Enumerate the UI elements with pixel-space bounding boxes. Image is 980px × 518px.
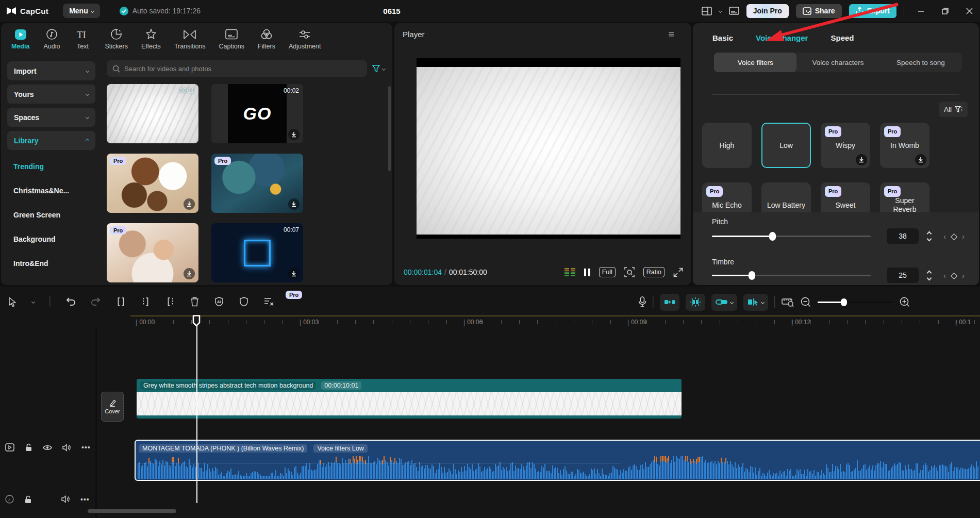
chevron-down-icon[interactable] [719,9,722,12]
all-filter-button[interactable]: All [939,102,968,117]
voice-filter-low[interactable]: Low [761,123,811,168]
chevron-down-icon[interactable] [32,300,35,303]
speaker-icon[interactable] [62,444,71,452]
tab-stickers[interactable]: Stickers [105,28,127,50]
join-pro-button[interactable]: Join Pro [746,4,789,18]
media-filter-button[interactable] [372,64,385,73]
media-thumbnail[interactable]: Pro [107,154,198,213]
trim-left-icon[interactable] [141,297,151,307]
select-tool-icon[interactable] [8,297,17,307]
pitch-value[interactable]: 38 [887,228,919,244]
audio-clip[interactable]: MONTAGEM TOMADA (PHONK ) (Billion Waves … [135,440,980,481]
zoom-in-icon[interactable] [899,296,910,308]
delete-icon[interactable] [190,297,199,307]
maximize-button[interactable] [942,8,949,14]
download-icon[interactable] [184,268,195,279]
layout-icon[interactable] [702,7,712,15]
sidebar-group-import[interactable]: Import [7,61,95,80]
track-more-icon[interactable]: ••• [80,495,90,504]
download-icon[interactable] [288,129,300,140]
export-button[interactable]: Export [849,4,896,18]
timbre-value[interactable]: 25 [887,268,919,283]
sidebar-item-intro-end[interactable]: Intro&End [7,251,95,275]
media-scrollbar[interactable] [388,86,391,171]
sidebar-item-christmas-ne[interactable]: Christmas&Ne... [7,178,95,203]
ratio-button[interactable]: Ratio [643,267,665,277]
media-thumbnail[interactable]: GO00:02 [211,84,303,143]
tab-basic[interactable]: Basic [712,34,733,42]
subtab-voice-filters[interactable]: Voice filters [714,53,796,72]
minimize-button[interactable] [918,8,924,14]
tab-captions[interactable]: Captions [219,28,244,50]
media-thumbnail[interactable]: 00:11 [107,84,198,143]
sidebar-item-trending[interactable]: Trending [7,154,95,178]
share-button[interactable]: Share [796,4,842,18]
download-icon[interactable] [915,154,926,165]
tab-voice-changer[interactable]: Voice changer [756,34,808,42]
timeline-scale-icon[interactable] [782,297,794,307]
close-button[interactable] [966,8,973,14]
auto-select-icon[interactable] [743,294,768,311]
tab-transitions[interactable]: Transitions [174,28,206,50]
voice-filter-wispy[interactable]: WispyPro [821,123,870,168]
timbre-keyframe-controls[interactable]: ‹◇› [943,270,965,281]
audio-meter-icon[interactable] [564,268,575,276]
video-track-icon[interactable] [5,443,14,452]
tab-media[interactable]: Media [11,28,29,50]
track-more-icon[interactable]: ••• [81,443,91,452]
media-thumbnail[interactable]: Pro [211,154,303,213]
undo-icon[interactable] [65,297,76,306]
download-icon[interactable] [288,198,300,210]
panel-captions-icon[interactable] [729,7,739,15]
redo-icon[interactable] [91,297,101,306]
search-input[interactable]: Search for videos and photos [107,60,367,77]
record-voiceover-icon[interactable] [638,296,646,308]
split-icon[interactable] [116,297,126,307]
timbre-slider[interactable] [712,271,871,279]
download-icon[interactable] [184,198,195,210]
pause-button[interactable] [584,269,590,276]
lock-icon[interactable] [25,443,32,452]
download-icon[interactable] [288,268,300,279]
playhead-handle[interactable] [192,315,201,328]
speaker-icon[interactable] [61,495,70,503]
snap-icon[interactable] [660,294,679,311]
timeline-zoom-slider[interactable] [818,298,893,306]
preview-zoom-icon[interactable] [624,267,635,277]
media-thumbnail[interactable]: Pro [107,223,198,282]
voice-filter-high[interactable]: High [702,123,752,168]
sidebar-group-library[interactable]: Library [7,131,95,150]
sidebar-group-yours[interactable]: Yours [7,85,95,104]
subtab-speech-to-song[interactable]: Speech to song [879,53,962,72]
sidebar-item-background[interactable]: Background [7,227,95,251]
sidebar-item-green-screen[interactable]: Green Screen [7,203,95,227]
zoom-out-icon[interactable] [800,296,811,308]
timbre-stepper[interactable] [923,268,935,283]
delete-captions-icon[interactable] [263,296,275,307]
trim-right-icon[interactable] [165,297,175,307]
pitch-stepper[interactable] [923,228,935,244]
download-icon[interactable] [856,154,867,165]
ai-mask-icon[interactable]: AI [214,296,224,307]
cover-button[interactable]: Cover [101,392,124,422]
timeline-ruler[interactable]: 00:0000:0300:0600:0900:1200:1 [0,315,980,329]
subtab-voice-characters[interactable]: Voice characters [796,53,879,72]
full-button[interactable]: Full [599,267,616,277]
timeline-scrollbar[interactable] [88,509,176,513]
pitch-keyframe-controls[interactable]: ‹◇› [943,231,965,242]
mask-icon[interactable] [239,296,248,307]
link-clips-icon[interactable] [711,294,737,311]
audio-track-icon[interactable]: ♪ [5,495,14,504]
pitch-slider[interactable] [712,232,871,240]
tab-effects[interactable]: Effects [141,28,161,50]
tab-speed[interactable]: Speed [830,34,854,42]
tab-audio[interactable]: Audio [43,28,60,50]
fullscreen-icon[interactable] [673,268,683,277]
player-menu-icon[interactable]: ≡ [668,28,674,40]
sidebar-group-spaces[interactable]: Spaces [7,108,95,127]
menu-button[interactable]: Menu [63,4,100,18]
tab-adjustment[interactable]: Adjustment [289,28,321,50]
playhead-line[interactable] [196,316,197,503]
video-clip[interactable]: Grey white smooth stripes abstract tech … [137,379,682,419]
tab-text[interactable]: TIText [74,28,91,50]
